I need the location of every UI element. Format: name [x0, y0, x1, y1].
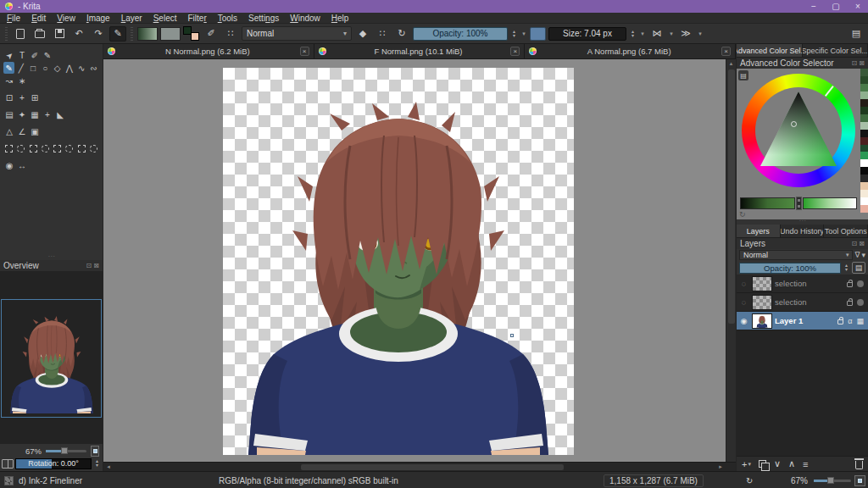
- freehand-select-tool[interactable]: [40, 142, 51, 154]
- mirror-h-dropdown-arrow[interactable]: ▾: [668, 30, 675, 37]
- layers-docker-title[interactable]: Layers ⊡ ⊠: [737, 238, 868, 249]
- history-swatch[interactable]: [860, 107, 868, 114]
- spin-down-icon[interactable]: ▾: [93, 463, 101, 468]
- shade-selector-light-bar[interactable]: [803, 197, 858, 209]
- redo-button[interactable]: ↷: [90, 26, 107, 42]
- tab-advanced-color-selector[interactable]: Advanced Color Sel..: [737, 44, 803, 57]
- polyline-tool[interactable]: ⋀: [64, 62, 75, 74]
- menu-image[interactable]: Image: [86, 14, 110, 23]
- hue-wheel[interactable]: [742, 74, 855, 187]
- layer-style-icon[interactable]: [857, 280, 864, 287]
- polygon-select-tool[interactable]: [28, 142, 39, 154]
- rect-select-tool[interactable]: [3, 142, 14, 154]
- new-document-button[interactable]: [12, 26, 29, 42]
- assistants-tool[interactable]: △: [3, 125, 15, 137]
- choose-workspace-button[interactable]: ▤: [848, 26, 865, 42]
- layer-style-icon[interactable]: [857, 299, 864, 306]
- text-tool[interactable]: T: [16, 49, 28, 61]
- menu-select[interactable]: Select: [153, 14, 177, 23]
- history-swatch[interactable]: [860, 190, 868, 197]
- overview-docker-title[interactable]: Overview ⊡ ⊠: [0, 260, 103, 271]
- zoom-tool[interactable]: ◉: [3, 159, 15, 171]
- reload-preset-button[interactable]: ∷: [374, 26, 391, 42]
- opacity-spinner[interactable]: ▴▾: [510, 30, 518, 38]
- gradient-tool[interactable]: ▤: [3, 108, 15, 120]
- docker-close-icon[interactable]: ⊠: [93, 262, 99, 269]
- layer-blending-mode-dropdown[interactable]: Normal ▾: [739, 250, 853, 260]
- layer-opacity-spinner[interactable]: ▴▾: [843, 263, 850, 272]
- history-swatch[interactable]: [860, 130, 868, 137]
- edit-shapes-tool[interactable]: ✐: [29, 49, 41, 61]
- scroll-up-icon[interactable]: ▴: [730, 59, 733, 68]
- flow-swatch[interactable]: [530, 27, 546, 41]
- pan-tool[interactable]: ↔: [16, 159, 28, 171]
- move-layer-up-button[interactable]: ∧: [788, 458, 795, 469]
- layer-view-mode-button[interactable]: ▤: [852, 262, 865, 274]
- shade-selector-dark-bar[interactable]: [740, 197, 795, 209]
- similar-select-tool[interactable]: [64, 142, 75, 154]
- tab-close-button[interactable]: ×: [510, 47, 520, 56]
- document-tab[interactable]: F Normal.png (10.1 MiB)×: [314, 44, 526, 58]
- eraser-toggle-button[interactable]: ◆: [354, 26, 371, 42]
- bezier-select-tool[interactable]: [76, 142, 87, 154]
- history-swatch[interactable]: [860, 152, 868, 159]
- docker-float-icon[interactable]: ⊡: [86, 262, 92, 269]
- vertical-scroll-thumb[interactable]: [728, 69, 735, 324]
- menu-edit[interactable]: Edit: [31, 14, 46, 23]
- lock-icon[interactable]: [837, 319, 843, 324]
- minimize-button[interactable]: −: [809, 2, 819, 11]
- mirror-horizontal-button[interactable]: ⋈: [648, 26, 665, 42]
- fill-tool[interactable]: ◣: [54, 108, 66, 120]
- tab-tool-options[interactable]: Tool Options: [824, 225, 868, 237]
- reference-images-tool[interactable]: ▣: [29, 125, 41, 137]
- freehand-brush-tool[interactable]: ✎: [3, 62, 14, 74]
- colorspace-label[interactable]: RGB/Alpha (8-bit integer/channel) sRGB b…: [219, 472, 398, 488]
- menu-view[interactable]: View: [57, 14, 75, 23]
- scroll-left-icon[interactable]: ◂: [103, 463, 114, 471]
- document-tab[interactable]: A Normal.png (6.7 MiB)×: [525, 44, 736, 58]
- ellipse-select-tool[interactable]: [15, 142, 26, 154]
- tab-close-button[interactable]: ×: [300, 47, 309, 56]
- history-swatch[interactable]: [860, 159, 868, 167]
- edit-brush-settings-button[interactable]: ✐: [203, 26, 220, 42]
- pattern-chooser-swatch[interactable]: [160, 27, 181, 41]
- mirror-vertical-button[interactable]: ≫: [677, 26, 694, 42]
- foreground-background-colors[interactable]: [183, 26, 200, 41]
- line-tool[interactable]: ╱: [15, 62, 26, 74]
- history-swatch[interactable]: [860, 167, 868, 175]
- contiguous-select-tool[interactable]: [52, 142, 63, 154]
- close-button[interactable]: ×: [853, 2, 863, 11]
- rotation-spinner[interactable]: ▴▾: [93, 459, 101, 468]
- layer-row[interactable]: ◉Layer 1α▦: [737, 312, 868, 330]
- toolbar-grip[interactable]: [5, 27, 8, 41]
- history-swatch[interactable]: [860, 122, 868, 130]
- eye-hidden-icon[interactable]: ◌: [738, 298, 749, 307]
- color-selector-settings-icon[interactable]: ▤: [738, 70, 748, 80]
- canvas-viewport[interactable]: ▴: [103, 59, 736, 462]
- statusbar-zoom-slider[interactable]: [814, 480, 851, 482]
- reload-brush-icon[interactable]: ↻: [746, 472, 753, 488]
- docker-float-icon[interactable]: ⊡: [852, 240, 858, 247]
- maximize-button[interactable]: ▢: [831, 2, 841, 11]
- dynamic-brush-tool[interactable]: ↝: [3, 75, 15, 86]
- menu-help[interactable]: Help: [331, 14, 349, 23]
- menu-file[interactable]: File: [7, 14, 20, 23]
- duplicate-layer-button[interactable]: [759, 460, 766, 468]
- selection-mode-icon[interactable]: [4, 476, 14, 485]
- rectangle-tool[interactable]: □: [28, 62, 39, 74]
- magnetic-select-tool[interactable]: [88, 142, 99, 154]
- horizontal-scrollbar[interactable]: ◂ ▸: [103, 462, 736, 471]
- history-swatch[interactable]: [860, 137, 868, 145]
- history-swatch[interactable]: [860, 84, 868, 92]
- color-sampler-tool[interactable]: ✦: [16, 108, 28, 120]
- smart-patch-tool[interactable]: +: [42, 108, 53, 120]
- brush-size-field[interactable]: Size: 7.04 px: [548, 27, 626, 41]
- history-swatch[interactable]: [860, 197, 868, 205]
- spin-down-icon[interactable]: ▾: [510, 34, 518, 38]
- overview-viewport-rect[interactable]: [1, 299, 102, 418]
- history-swatch[interactable]: [860, 175, 868, 182]
- rotation-slider[interactable]: Rotation: 0.00°: [15, 458, 92, 469]
- mirror-v-dropdown-arrow[interactable]: ▾: [697, 30, 704, 37]
- statusbar-zoom-value[interactable]: 67%: [791, 472, 808, 488]
- move-layer-down-button[interactable]: ∨: [774, 458, 781, 469]
